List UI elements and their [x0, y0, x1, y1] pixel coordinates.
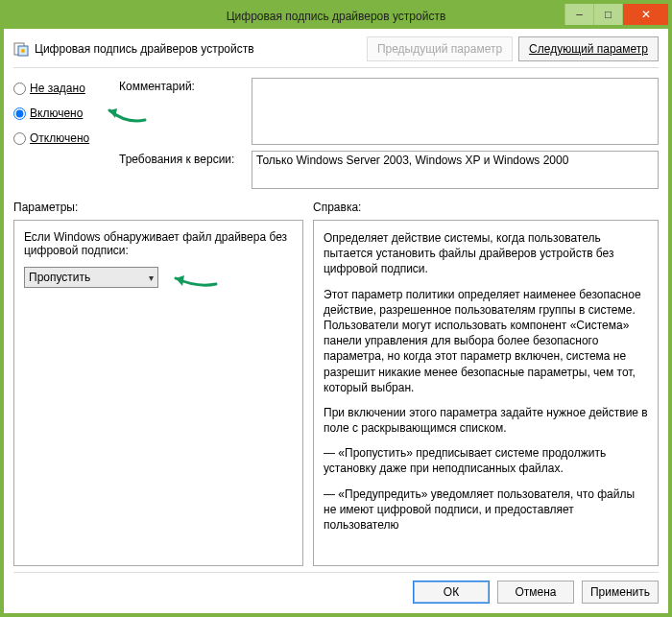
minimize-button[interactable]: – — [564, 4, 593, 25]
help-paragraph: — «Предупредить» уведомляет пользователя… — [324, 486, 648, 534]
comment-textarea[interactable] — [252, 78, 659, 145]
help-paragraph: Определяет действие системы, когда польз… — [324, 230, 648, 277]
header-row: Цифровая подпись драйверов устройств Пре… — [13, 36, 659, 68]
help-label: Справка: — [313, 201, 659, 214]
next-setting-button[interactable]: Следующий параметр — [518, 36, 659, 61]
policy-icon — [13, 41, 29, 57]
ok-button[interactable]: ОК — [413, 581, 490, 604]
version-label: Требования к версии: — [119, 151, 244, 189]
comment-row: Комментарий: — [119, 78, 659, 145]
radio-not-configured-label[interactable]: Не задано — [30, 82, 85, 95]
radio-disabled[interactable]: Отключено — [13, 131, 109, 145]
panels: Если Windows обнаруживает файл драйвера … — [13, 220, 659, 566]
radio-not-configured[interactable]: Не задано — [13, 82, 109, 95]
options-label: Параметры: — [13, 201, 303, 214]
options-prompt: Если Windows обнаруживает файл драйвера … — [24, 230, 293, 257]
version-row: Требования к версии: Только Windows Serv… — [119, 151, 659, 189]
svg-marker-4 — [176, 275, 184, 286]
options-panel: Если Windows обнаруживает файл драйвера … — [13, 220, 303, 566]
svg-point-2 — [21, 49, 25, 53]
maximize-button[interactable]: □ — [593, 4, 622, 25]
help-paragraph: — «Пропустить» предписывает системе прод… — [324, 445, 648, 476]
version-textbox[interactable]: Только Windows Server 2003, Windows XP и… — [252, 151, 659, 189]
previous-setting-button: Предыдущий параметр — [367, 36, 513, 61]
titlebar[interactable]: Цифровая подпись драйверов устройств – □… — [4, 4, 668, 29]
section-labels: Параметры: Справка: — [13, 201, 659, 214]
action-dropdown[interactable]: Пропустить ▾ — [24, 267, 158, 288]
help-paragraph: При включении этого параметра задайте ну… — [324, 405, 648, 436]
window-controls: – □ ✕ — [564, 4, 668, 25]
annotation-arrow-dropdown — [168, 269, 222, 295]
radio-enabled-label[interactable]: Включено — [30, 107, 83, 120]
svg-marker-3 — [109, 108, 117, 118]
policy-editor-window: Цифровая подпись драйверов устройств – □… — [0, 0, 672, 617]
fields-column: Комментарий: Требования к версии: Только… — [119, 78, 659, 189]
radio-enabled-input[interactable] — [13, 107, 26, 120]
top-grid: Не задано Включено Отключено — [13, 78, 659, 189]
state-radio-group: Не задано Включено Отключено — [13, 78, 109, 189]
close-button[interactable]: ✕ — [622, 4, 668, 25]
help-paragraph: Этот параметр политики определяет наимен… — [324, 287, 648, 395]
chevron-down-icon: ▾ — [149, 273, 154, 283]
policy-title: Цифровая подпись драйверов устройств — [35, 42, 361, 56]
radio-enabled[interactable]: Включено — [13, 107, 109, 120]
content-area: Цифровая подпись драйверов устройств Пре… — [4, 29, 668, 613]
action-dropdown-value: Пропустить — [29, 271, 90, 284]
radio-disabled-label[interactable]: Отключено — [30, 131, 89, 145]
radio-not-configured-input[interactable] — [13, 83, 26, 95]
footer-buttons: ОК Отмена Применить — [13, 572, 659, 604]
radio-disabled-input[interactable] — [13, 132, 26, 145]
cancel-button[interactable]: Отмена — [497, 581, 574, 604]
comment-label: Комментарий: — [119, 78, 244, 145]
apply-button[interactable]: Применить — [582, 581, 659, 604]
help-panel[interactable]: Определяет действие системы, когда польз… — [313, 220, 659, 566]
